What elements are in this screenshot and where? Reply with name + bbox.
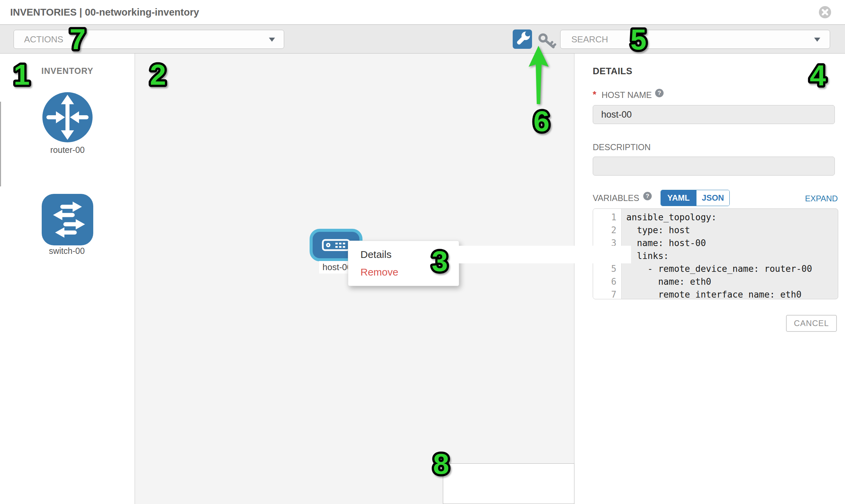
sidebar-scrollbar[interactable] (0, 102, 1, 186)
zoom-panel (443, 463, 575, 504)
help-icon[interactable]: ? (655, 89, 664, 97)
wrench-icon (513, 30, 532, 49)
variables-format-toggle: YAML JSON (661, 190, 730, 206)
code-line: type: host (626, 224, 838, 237)
cancel-button[interactable]: CANCEL (786, 315, 837, 332)
required-asterisk: * (593, 89, 596, 100)
search-dropdown-placeholder: SEARCH (571, 30, 608, 49)
chevron-down-icon (814, 38, 820, 42)
editor-code-area[interactable]: ansible_topology: type: host name: host-… (621, 209, 838, 299)
device-router-label: router-00 (42, 145, 92, 155)
code-line: remote_interface_name: eth0 (626, 288, 838, 299)
host-name-label: HOST NAME (601, 90, 652, 100)
title-bar: INVENTORIES | 00-networking-inventory (0, 0, 845, 24)
help-icon[interactable]: ? (643, 192, 652, 200)
inventory-header: INVENTORY (41, 66, 93, 76)
search-dropdown[interactable]: SEARCH (560, 30, 830, 49)
toolbar-wrench-button[interactable] (513, 30, 532, 49)
expand-link[interactable]: EXPAND (805, 194, 838, 203)
description-input[interactable] (593, 157, 835, 176)
device-router-icon[interactable] (42, 92, 92, 142)
host-icon (322, 239, 350, 251)
variables-label: VARIABLES (593, 193, 639, 203)
code-line: name: host-00 (626, 237, 838, 250)
code-line: ansible_topology: (626, 211, 838, 224)
context-menu-item-details[interactable]: Details (348, 246, 631, 263)
toggle-json-button[interactable]: JSON (696, 190, 729, 206)
description-label: DESCRIPTION (593, 142, 651, 152)
chevron-down-icon (269, 38, 275, 42)
code-line: links: (626, 250, 838, 262)
toggle-yaml-button[interactable]: YAML (661, 190, 696, 206)
context-menu-item-remove[interactable]: Remove (348, 263, 459, 281)
context-menu: Details Remove (348, 241, 459, 286)
device-switch-label: switch-00 (42, 246, 92, 256)
actions-dropdown[interactable]: ACTIONS (14, 30, 284, 49)
close-icon[interactable] (818, 6, 831, 19)
code-line: name: eth0 (626, 275, 838, 288)
actions-dropdown-label: ACTIONS (24, 30, 64, 49)
host-name-input[interactable] (593, 105, 835, 124)
device-switch-icon[interactable] (42, 194, 93, 246)
key-icon[interactable] (538, 33, 559, 49)
details-heading: DETAILS (593, 66, 632, 77)
code-line: - remote_device_name: router-00 (626, 262, 838, 275)
page-title: INVENTORIES | 00-networking-inventory (10, 0, 199, 24)
